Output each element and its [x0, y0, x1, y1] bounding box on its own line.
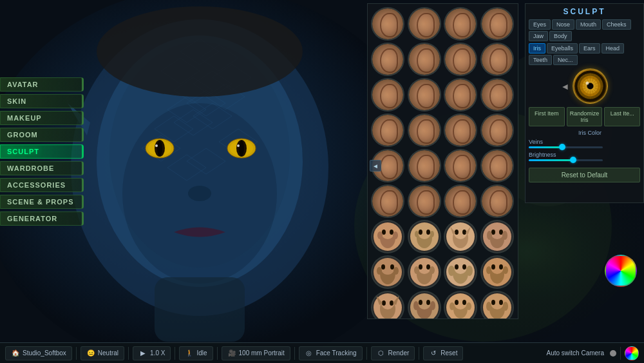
thumb-ear-6[interactable]: [408, 43, 441, 76]
thumb-ear-3[interactable]: [444, 7, 477, 41]
thumb-face-4[interactable]: [480, 220, 514, 253]
render-label: Render: [388, 349, 410, 357]
tab-jaw[interactable]: Jaw: [529, 31, 548, 41]
thumb-ear-23[interactable]: [444, 184, 477, 218]
tab-eyes[interactable]: Eyes: [529, 19, 551, 30]
sculpt-panel: SCULPT Eyes Nose Mouth Cheeks Jaw Body I…: [525, 3, 644, 203]
veins-slider[interactable]: [529, 146, 603, 148]
auto-switch-status[interactable]: [610, 350, 616, 357]
first-item-btn[interactable]: First Item: [529, 107, 565, 126]
reset-to-default-btn[interactable]: Reset to Default: [529, 168, 640, 182]
tab-neck[interactable]: Nec...: [553, 55, 578, 65]
sep-8: [620, 347, 621, 360]
thumb-ear-2[interactable]: [408, 7, 441, 41]
svg-point-33: [237, 144, 240, 147]
svg-point-26: [157, 141, 162, 156]
thumb-face-5[interactable]: [371, 255, 404, 289]
thumb-ear-18[interactable]: [408, 149, 441, 182]
nav-scene-props[interactable]: SCENE & PROPS: [0, 195, 84, 209]
svg-point-52: [415, 231, 419, 237]
svg-point-53: [430, 231, 434, 237]
last-item-btn[interactable]: Last Ite...: [604, 107, 640, 126]
thumb-face-12[interactable]: [480, 291, 514, 319]
thumb-ear-13[interactable]: [371, 113, 404, 147]
face-tracking-icon: ◎: [305, 349, 314, 358]
thumb-ear-16[interactable]: [480, 113, 514, 147]
thumb-face-6[interactable]: [408, 255, 441, 289]
thumb-ear-1[interactable]: [371, 7, 404, 41]
tab-cheeks[interactable]: Cheeks: [602, 19, 631, 30]
nav-wardrobe[interactable]: WARDROBE: [0, 161, 84, 175]
thumb-face-7[interactable]: [444, 255, 477, 289]
nav-groom[interactable]: GROOM: [0, 128, 84, 142]
iris-nav-left[interactable]: ◄: [561, 81, 570, 92]
expression-btn[interactable]: 😐 Neutral: [80, 346, 124, 360]
thumb-ear-24[interactable]: [480, 184, 514, 218]
nav-generator[interactable]: GENERATOR: [0, 211, 84, 226]
veins-param: Veins: [529, 139, 603, 148]
tab-head[interactable]: Head: [601, 43, 625, 54]
sep-3: [175, 347, 175, 360]
studio-softbox-btn[interactable]: 🏠 Studio_Softbox: [5, 346, 72, 360]
speed-btn[interactable]: ▶ 1.0 X: [133, 346, 171, 360]
thumb-ear-10[interactable]: [408, 78, 441, 112]
nav-avatar[interactable]: AVATAR: [0, 77, 84, 92]
thumb-face-9[interactable]: [371, 291, 404, 319]
brightness-label: Brightness: [529, 152, 603, 158]
thumb-face-8[interactable]: [480, 255, 514, 289]
thumb-ear-8[interactable]: [480, 43, 514, 76]
svg-point-123: [503, 302, 508, 311]
svg-point-122: [486, 302, 491, 311]
tab-eyeballs[interactable]: Eyeballs: [547, 43, 578, 54]
expression-icon: 😐: [86, 349, 95, 358]
thumb-ear-7[interactable]: [444, 43, 477, 76]
face-tracking-btn[interactable]: ◎ Face Tracking: [299, 346, 363, 360]
randomize-iris-btn[interactable]: Randomize Iris: [567, 107, 603, 126]
thumb-face-3[interactable]: [444, 220, 477, 253]
thumb-ear-11[interactable]: [444, 78, 477, 112]
tab-teeth[interactable]: Teeth: [529, 55, 552, 65]
svg-point-93: [499, 264, 503, 270]
tab-nose[interactable]: Nose: [552, 19, 574, 30]
sep-2: [128, 347, 129, 360]
svg-point-113: [455, 300, 459, 305]
nav-skin[interactable]: SKIN: [0, 94, 84, 108]
tab-iris[interactable]: Iris: [529, 43, 545, 54]
thumb-face-2[interactable]: [408, 220, 441, 253]
thumb-ear-12[interactable]: [480, 78, 514, 112]
nav-sculpt[interactable]: SCULPT: [0, 144, 84, 159]
svg-point-58: [462, 230, 466, 235]
render-btn[interactable]: ⬡ Render: [371, 346, 415, 360]
thumb-ear-21[interactable]: [371, 184, 404, 218]
thumb-ear-19[interactable]: [444, 149, 477, 182]
thumb-ear-22[interactable]: [408, 184, 441, 218]
color-wheel[interactable]: [605, 255, 637, 287]
thumb-ear-20[interactable]: [480, 149, 514, 182]
reset-btn[interactable]: ↺ Reset: [423, 346, 463, 360]
tab-body[interactable]: Body: [549, 31, 572, 41]
thumb-ear-4[interactable]: [480, 7, 514, 41]
thumb-ear-9[interactable]: [371, 78, 404, 112]
svg-point-120: [491, 300, 495, 305]
camera-btn[interactable]: 🎥 100 mm Portrait: [222, 346, 290, 360]
thumb-face-1[interactable]: [371, 220, 404, 253]
thumb-face-11[interactable]: [444, 291, 477, 319]
thumb-face-10[interactable]: [408, 291, 441, 319]
thumb-ear-15[interactable]: [444, 113, 477, 147]
thumb-ear-14[interactable]: [408, 113, 441, 147]
nav-accessories[interactable]: ACCESSORIES: [0, 178, 84, 192]
pose-btn[interactable]: 🚶 Idle: [179, 346, 213, 360]
nav-makeup[interactable]: MAKEUP: [0, 111, 84, 125]
brightness-slider[interactable]: [529, 159, 603, 161]
thumb-ear-5[interactable]: [371, 43, 404, 76]
tab-mouth[interactable]: Mouth: [576, 19, 601, 30]
sep-5: [294, 347, 295, 360]
tab-ears[interactable]: Ears: [579, 43, 600, 54]
svg-point-86: [462, 264, 466, 270]
color-palette-btn[interactable]: [625, 346, 639, 360]
expression-label: Neutral: [98, 349, 118, 357]
camera-label: 100 mm Portrait: [239, 349, 285, 357]
iris-color-label: Iris Color: [529, 130, 640, 136]
grid-scroll-arrow[interactable]: ◄: [370, 160, 381, 172]
svg-point-73: [377, 267, 382, 275]
